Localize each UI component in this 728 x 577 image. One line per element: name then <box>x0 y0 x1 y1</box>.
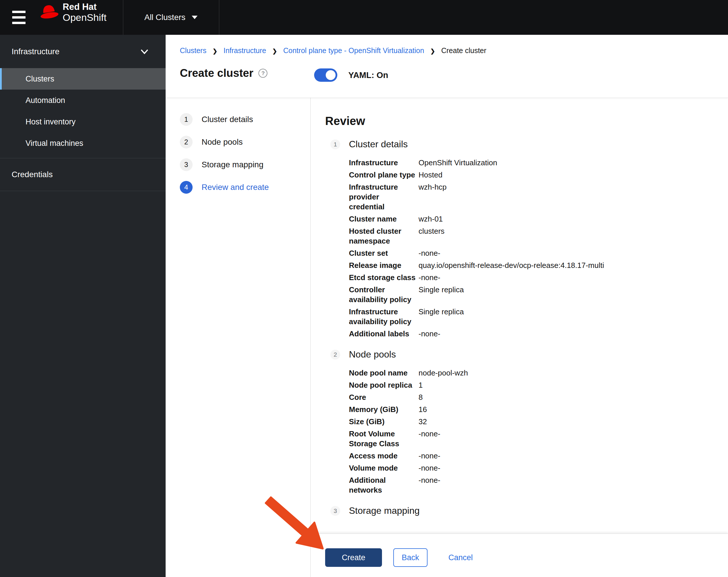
kv-label: Infrastructure <box>349 158 418 167</box>
wizard-step-storage-mapping[interactable]: 3Storage mapping <box>180 158 310 171</box>
create-button[interactable]: Create <box>325 548 382 567</box>
step-label: Review and create <box>202 183 269 192</box>
kv-value: -none- <box>418 475 440 495</box>
breadcrumb-item-2[interactable]: Infrastructure <box>223 46 266 55</box>
table-row: Cluster set-none- <box>349 248 728 258</box>
section-number-badge: 2 <box>330 350 340 360</box>
breadcrumb-item-1[interactable]: Clusters <box>180 46 207 55</box>
step-number: 3 <box>180 158 192 171</box>
page-header: Clusters❯Infrastructure❯Control plane ty… <box>165 35 728 98</box>
table-row: Memory (GiB)16 <box>349 404 728 414</box>
kv-value: Hosted <box>418 170 442 180</box>
kv-value: 16 <box>418 404 427 414</box>
table-row: Infrastructure provider credentialwzh-hc… <box>349 182 728 212</box>
table-row: Control plane typeHosted <box>349 170 728 180</box>
table-row: Volume mode-none- <box>349 463 728 473</box>
kv-value: -none- <box>418 451 440 461</box>
table-row: Node pool replica1 <box>349 380 728 390</box>
kv-value: 1 <box>418 380 423 390</box>
yaml-toggle-label: YAML: On <box>348 71 388 80</box>
table-row: Core8 <box>349 392 728 402</box>
kv-value: Single replica <box>418 307 464 326</box>
kv-label: Cluster name <box>349 214 418 224</box>
table-row: Additional labels-none- <box>349 329 728 339</box>
chevron-right-icon: ❯ <box>272 48 277 54</box>
sidebar-group-label: Credentials <box>11 170 53 179</box>
table-row: Node pool namenode-pool-wzh <box>349 368 728 378</box>
section-title: Node pools <box>349 349 396 360</box>
kv-value: -none- <box>418 463 440 473</box>
wizard-step-review-and-create[interactable]: 4Review and create <box>180 181 310 194</box>
key-value-list: Node pool namenode-pool-wzhNode pool rep… <box>349 368 728 495</box>
toggle-knob <box>326 70 336 80</box>
review-section-node-pools: 2Node poolsNode pool namenode-pool-wzhNo… <box>325 349 728 495</box>
breadcrumb-item-4: Create cluster <box>441 46 486 55</box>
kv-label: Access mode <box>349 451 418 461</box>
kv-value: quay.io/openshift-release-dev/ocp-releas… <box>418 260 604 270</box>
brand-logo: Red Hat OpenShift <box>40 2 106 23</box>
masthead: Red Hat OpenShift All Clusters <box>0 0 728 35</box>
kv-value: OpenShift Virtualization <box>418 158 497 167</box>
yaml-toggle[interactable] <box>314 69 337 82</box>
kv-value: -none- <box>418 272 440 282</box>
kv-label: Control plane type <box>349 170 418 180</box>
sidebar-group-infrastructure[interactable]: Infrastructure <box>0 35 165 68</box>
kv-label: Core <box>349 392 418 402</box>
kv-label: Node pool replica <box>349 380 418 390</box>
section-number-badge: 1 <box>330 139 340 149</box>
key-value-list: InfrastructureOpenShift VirtualizationCo… <box>349 158 728 339</box>
sidebar-item-virtual-machines[interactable]: Virtual machines <box>0 132 165 154</box>
sidebar: Infrastructure ClustersAutomationHost in… <box>0 35 165 577</box>
kv-label: Controller availability policy <box>349 285 418 305</box>
breadcrumb: Clusters❯Infrastructure❯Control plane ty… <box>180 46 728 55</box>
sidebar-nav-list: ClustersAutomationHost inventoryVirtual … <box>0 68 165 154</box>
table-row: Controller availability policySingle rep… <box>349 285 728 305</box>
table-row: Cluster namewzh-01 <box>349 214 728 224</box>
back-button[interactable]: Back <box>393 548 427 567</box>
kv-label: Node pool name <box>349 368 418 378</box>
hamburger-icon[interactable] <box>12 11 26 24</box>
cancel-button[interactable]: Cancel <box>447 548 474 567</box>
review-section-cluster-details: 1Cluster detailsInfrastructureOpenShift … <box>325 139 728 339</box>
kv-value: Single replica <box>418 285 464 305</box>
chevron-down-icon <box>141 47 148 56</box>
section-heading: 2Node pools <box>325 349 728 360</box>
sidebar-divider <box>0 191 165 191</box>
section-title: Storage mapping <box>349 505 420 516</box>
caret-down-icon <box>192 16 198 19</box>
sidebar-item-clusters[interactable]: Clusters <box>0 68 165 89</box>
brand-line2: OpenShift <box>63 12 106 23</box>
table-row: Release imagequay.io/openshift-release-d… <box>349 260 728 270</box>
kv-value: 32 <box>418 417 427 426</box>
kv-label: Release image <box>349 260 418 270</box>
step-label: Node pools <box>202 137 243 147</box>
kv-value: node-pool-wzh <box>418 368 468 378</box>
breadcrumb-item-3[interactable]: Control plane type - OpenShift Virtualiz… <box>283 46 424 55</box>
help-question-icon[interactable]: ? <box>258 69 267 78</box>
sidebar-group-label: Infrastructure <box>11 47 59 56</box>
wizard-step-cluster-details[interactable]: 1Cluster details <box>180 113 310 126</box>
all-clusters-dropdown[interactable]: All Clusters <box>123 0 219 35</box>
kv-value: 8 <box>418 392 423 402</box>
review-section-storage-mapping: 3Storage mapping <box>325 505 728 516</box>
table-row: InfrastructureOpenShift Virtualization <box>349 158 728 167</box>
sidebar-item-automation[interactable]: Automation <box>0 89 165 111</box>
table-row: Infrastructure availability policySingle… <box>349 307 728 326</box>
kv-label: Size (GiB) <box>349 417 418 426</box>
page-title: Create cluster <box>180 67 253 79</box>
kv-label: Infrastructure availability policy <box>349 307 418 326</box>
section-heading: 1Cluster details <box>325 139 728 150</box>
step-label: Storage mapping <box>202 160 263 169</box>
table-row: Access mode-none- <box>349 451 728 461</box>
chevron-right-icon: ❯ <box>213 48 217 54</box>
kv-label: Memory (GiB) <box>349 404 418 414</box>
section-number-badge: 3 <box>330 506 340 516</box>
wizard-footer: Create Back Cancel <box>311 533 728 577</box>
table-row: Root Volume Storage Class-none- <box>349 429 728 449</box>
sidebar-item-host-inventory[interactable]: Host inventory <box>0 111 165 132</box>
kv-label: Etcd storage class <box>349 272 418 282</box>
wizard-step-node-pools[interactable]: 2Node pools <box>180 136 310 149</box>
step-number: 2 <box>180 136 192 149</box>
step-number: 1 <box>180 113 192 126</box>
sidebar-group-credentials[interactable]: Credentials <box>0 158 165 191</box>
